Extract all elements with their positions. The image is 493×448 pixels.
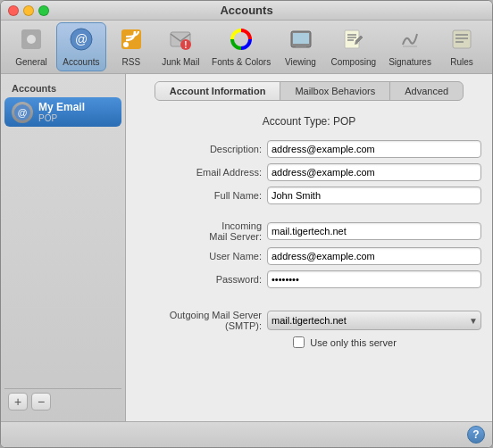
svg-rect-12 xyxy=(296,46,306,47)
toolbar-item-signatures[interactable]: Signatures xyxy=(383,23,437,71)
outgoing-label: Outgoing Mail Server (SMTP): xyxy=(137,310,262,331)
toolbar: General @ Accounts RSS ! Junk Mail xyxy=(1,21,492,74)
form-separator-2 xyxy=(137,294,481,299)
toolbar-signatures-label: Signatures xyxy=(389,57,431,67)
svg-text:!: ! xyxy=(185,40,188,50)
smtp-select[interactable]: mail.tigertech.net xyxy=(267,311,481,330)
password-label: Password: xyxy=(137,274,262,285)
sidebar-item-text: My Email POP xyxy=(38,101,85,123)
toolbar-item-rss[interactable]: RSS xyxy=(108,23,155,71)
tab-account-information[interactable]: Account Information xyxy=(155,82,281,100)
svg-rect-11 xyxy=(293,33,309,44)
incoming-row: IncomingMail Server: xyxy=(137,220,481,242)
fonts-colors-icon xyxy=(229,27,254,55)
main-window: Accounts General @ Accounts RSS ! xyxy=(0,0,493,448)
description-row: Description: xyxy=(137,140,481,158)
toolbar-rss-label: RSS xyxy=(122,57,141,67)
form-separator-1 xyxy=(137,210,481,215)
toolbar-fonts-label: Fonts & Colors xyxy=(212,57,271,67)
tab-bar: Account Information Mailbox Behaviors Ad… xyxy=(155,81,464,101)
svg-point-1 xyxy=(27,35,36,44)
smtp-wrapper: mail.tigertech.net ▼ xyxy=(267,311,481,330)
general-icon xyxy=(19,27,44,55)
sidebar: Accounts @ My Email POP + − xyxy=(1,74,126,421)
use-only-label: Use only this server xyxy=(310,337,397,348)
use-only-row: Use only this server xyxy=(208,336,481,348)
account-type-label: Account Type: POP xyxy=(263,115,356,128)
signatures-icon xyxy=(397,27,422,55)
toolbar-accounts-label: Accounts xyxy=(63,57,99,67)
account-type-row: Account Type: POP xyxy=(137,115,481,128)
incoming-label: IncomingMail Server: xyxy=(137,220,262,242)
main-panel: Account Information Mailbox Behaviors Ad… xyxy=(126,74,492,421)
help-button[interactable]: ? xyxy=(467,426,485,444)
window-title: Accounts xyxy=(220,4,272,17)
use-only-checkbox[interactable] xyxy=(293,336,305,348)
close-button[interactable] xyxy=(8,5,19,16)
username-row: User Name: xyxy=(137,247,481,265)
sidebar-item-my-email[interactable]: @ My Email POP xyxy=(4,97,121,127)
fullname-input[interactable] xyxy=(267,187,481,204)
sidebar-header: Accounts xyxy=(4,81,121,97)
viewing-icon xyxy=(288,27,313,55)
description-label: Description: xyxy=(137,144,262,154)
toolbar-viewing-label: Viewing xyxy=(285,57,316,67)
rules-icon xyxy=(449,27,474,55)
toolbar-item-rules[interactable]: Rules xyxy=(439,23,485,71)
tab-advanced[interactable]: Advanced xyxy=(390,82,463,100)
svg-rect-13 xyxy=(345,30,359,48)
email-label: Email Address: xyxy=(137,167,262,178)
svg-point-5 xyxy=(123,42,129,47)
window-controls xyxy=(8,5,49,16)
description-input[interactable] xyxy=(267,140,481,158)
title-bar: Accounts xyxy=(1,1,492,21)
toolbar-composing-label: Composing xyxy=(330,57,376,67)
password-input[interactable] xyxy=(267,270,481,288)
accounts-icon: @ xyxy=(69,27,94,55)
maximize-button[interactable] xyxy=(38,5,49,16)
password-row: Password: xyxy=(137,270,481,288)
toolbar-general-label: General xyxy=(15,57,47,67)
toolbar-item-general[interactable]: General xyxy=(8,23,54,71)
toolbar-rules-label: Rules xyxy=(450,57,473,67)
minimize-button[interactable] xyxy=(23,5,34,16)
composing-icon xyxy=(341,27,366,55)
username-label: User Name: xyxy=(137,251,262,261)
username-input[interactable] xyxy=(267,247,481,265)
email-row: Email Address: xyxy=(137,163,481,181)
sidebar-bottom: + − xyxy=(4,388,121,414)
sidebar-item-sub: POP xyxy=(38,113,85,123)
content-area: Accounts @ My Email POP + − Account Info… xyxy=(1,74,492,421)
incoming-input[interactable] xyxy=(267,222,481,240)
account-icon: @ xyxy=(12,102,33,123)
bottom-bar: ? xyxy=(1,421,492,447)
add-account-button[interactable]: + xyxy=(8,393,28,411)
svg-text:@: @ xyxy=(17,107,27,118)
sidebar-item-name: My Email xyxy=(38,101,85,113)
email-input[interactable] xyxy=(267,163,481,181)
toolbar-item-viewing[interactable]: Viewing xyxy=(278,23,324,71)
toolbar-item-fonts-colors[interactable]: Fonts & Colors xyxy=(207,23,276,71)
fullname-label: Full Name: xyxy=(137,190,262,201)
outgoing-row: Outgoing Mail Server (SMTP): mail.tigert… xyxy=(137,310,481,331)
svg-rect-18 xyxy=(453,30,471,48)
sidebar-spacer xyxy=(4,127,121,388)
svg-text:@: @ xyxy=(75,32,88,46)
form-area: Account Type: POP Description: Email Add… xyxy=(133,112,485,414)
toolbar-item-composing[interactable]: Composing xyxy=(326,23,382,71)
tab-mailbox-behaviors[interactable]: Mailbox Behaviors xyxy=(280,82,390,100)
junk-mail-icon: ! xyxy=(168,27,193,55)
toolbar-item-junk-mail[interactable]: ! Junk Mail xyxy=(156,23,205,71)
toolbar-junk-label: Junk Mail xyxy=(162,57,199,67)
fullname-row: Full Name: xyxy=(137,187,481,204)
rss-icon xyxy=(119,27,144,55)
toolbar-item-accounts[interactable]: @ Accounts xyxy=(56,22,106,71)
remove-account-button[interactable]: − xyxy=(31,393,51,411)
